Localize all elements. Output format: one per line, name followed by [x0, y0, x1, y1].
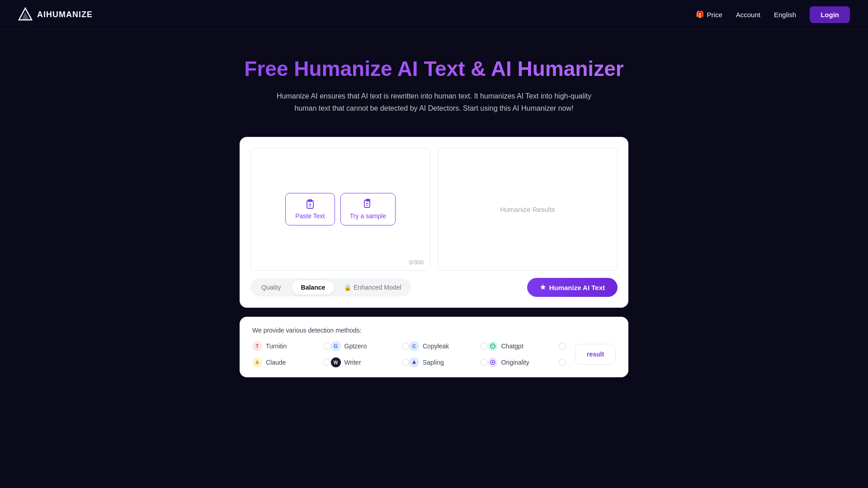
gptzero-radio[interactable]: [402, 343, 409, 350]
detection-item-originality: Originality: [488, 357, 566, 367]
gptzero-name: Gptzero: [344, 343, 399, 350]
detection-col-2: G Gptzero W Writer: [331, 341, 410, 367]
turnitin-name: Turnitin: [266, 343, 320, 350]
output-panel: Humanize Results: [438, 148, 618, 271]
english-selector[interactable]: English: [774, 11, 796, 19]
turnitin-logo: T: [252, 341, 262, 351]
try-sample-label: Try a sample: [350, 212, 386, 220]
output-panel-inner: Humanize Results: [438, 148, 617, 270]
originality-logo: [488, 357, 498, 367]
originality-name: Originality: [501, 359, 556, 366]
originality-radio[interactable]: [559, 359, 566, 366]
sapling-radio[interactable]: [481, 359, 488, 366]
navbar: AIHUMANIZE 🎁 Price Account English Login: [0, 0, 868, 29]
paste-icon: [305, 199, 316, 210]
detection-item-chatgpt: Chatgpt: [488, 341, 566, 351]
sapling-name: Sapling: [423, 359, 477, 366]
mode-row: Quality Balance 🔒 Enhanced Model ★ Human…: [250, 278, 618, 297]
detection-col-4: Chatgpt Originality: [488, 341, 566, 367]
detection-grid: T Turnitin A Claude G Gptzero W: [252, 341, 566, 367]
humanize-star-icon: ★: [540, 283, 546, 291]
lock-icon: 🔒: [344, 284, 351, 291]
detection-col-1: T Turnitin A Claude: [252, 341, 331, 367]
humanize-label: Humanize AI Text: [549, 284, 605, 291]
hero-section: Free Humanize AI Text & AI Humanizer Hum…: [0, 29, 868, 128]
mode-quality-tab[interactable]: Quality: [252, 280, 290, 295]
detection-item-writer: W Writer: [331, 357, 410, 367]
sample-icon: [363, 199, 373, 210]
chatgpt-name: Chatgpt: [501, 343, 556, 350]
chatgpt-logo: [488, 341, 498, 351]
detection-item-copyleak: C Copyleak: [409, 341, 488, 351]
detection-card: We provide various detection methods: T …: [240, 317, 628, 377]
logo-area[interactable]: AIHUMANIZE: [18, 7, 93, 22]
result-box: result: [575, 344, 616, 365]
input-panel: Paste Text Try a sample 0/300: [250, 148, 430, 271]
hero-title: Free Humanize AI Text & AI Humanizer: [9, 56, 859, 81]
logo-text: AIHUMANIZE: [37, 10, 93, 19]
svg-point-12: [492, 361, 494, 363]
chatgpt-radio[interactable]: [559, 343, 566, 350]
svg-point-10: [491, 344, 495, 348]
logo-icon: [18, 7, 33, 22]
login-button[interactable]: Login: [810, 6, 850, 23]
hero-subtitle: Humanize AI ensures that AI text is rewr…: [271, 90, 597, 114]
copyleak-radio[interactable]: [481, 343, 488, 350]
editor-card: Paste Text Try a sample 0/300: [240, 137, 628, 308]
copyleak-logo: C: [409, 341, 419, 351]
turnitin-radio[interactable]: [324, 343, 331, 350]
mode-tabs: Quality Balance 🔒 Enhanced Model: [250, 278, 411, 296]
paste-text-label: Paste Text: [295, 212, 325, 220]
output-placeholder: Humanize Results: [500, 206, 555, 213]
writer-name: Writer: [344, 359, 399, 366]
try-sample-button[interactable]: Try a sample: [340, 193, 396, 225]
detection-title: We provide various detection methods:: [252, 327, 616, 334]
panel-buttons: Paste Text Try a sample: [285, 193, 396, 225]
paste-text-button[interactable]: Paste Text: [285, 193, 335, 225]
claude-radio[interactable]: [324, 359, 331, 366]
claude-name: Claude: [266, 359, 320, 366]
price-link[interactable]: 🎁 Price: [696, 10, 722, 19]
writer-radio[interactable]: [402, 359, 409, 366]
detection-item-gptzero: G Gptzero: [331, 341, 410, 351]
mode-enhanced-tab[interactable]: 🔒 Enhanced Model: [336, 280, 409, 295]
copyleak-name: Copyleak: [423, 343, 477, 350]
nav-right: 🎁 Price Account English Login: [696, 6, 850, 23]
detection-item-sapling: Sapling: [409, 357, 488, 367]
sapling-logo: [409, 357, 419, 367]
panels-row: Paste Text Try a sample 0/300: [250, 148, 618, 271]
price-icon: 🎁: [696, 10, 704, 19]
input-panel-inner: Paste Text Try a sample: [251, 148, 430, 270]
gptzero-logo: G: [331, 341, 341, 351]
detection-col-3: C Copyleak Sapling: [409, 341, 488, 367]
enhanced-label: Enhanced Model: [354, 284, 401, 291]
claude-logo: A: [252, 357, 262, 367]
humanize-button[interactable]: ★ Humanize AI Text: [527, 278, 618, 297]
char-count: 0/300: [409, 259, 424, 266]
detection-item-turnitin: T Turnitin: [252, 341, 331, 351]
price-label: Price: [707, 11, 722, 19]
account-link[interactable]: Account: [736, 11, 760, 19]
mode-balance-tab[interactable]: Balance: [292, 280, 335, 295]
detection-item-claude: A Claude: [252, 357, 331, 367]
writer-logo: W: [331, 357, 341, 367]
